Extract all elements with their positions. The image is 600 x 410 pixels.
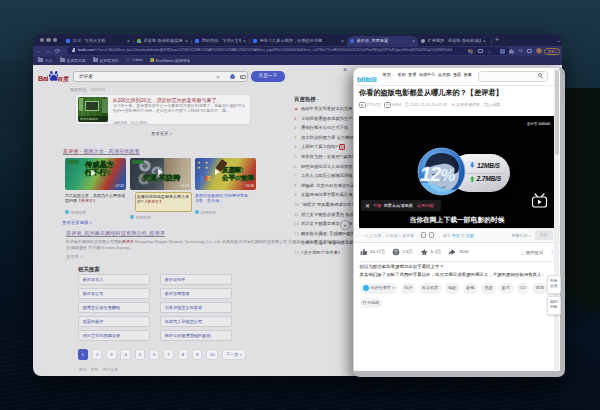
- svg-text:bilibili: bilibili: [357, 75, 377, 82]
- svg-text:12%: 12%: [420, 163, 455, 185]
